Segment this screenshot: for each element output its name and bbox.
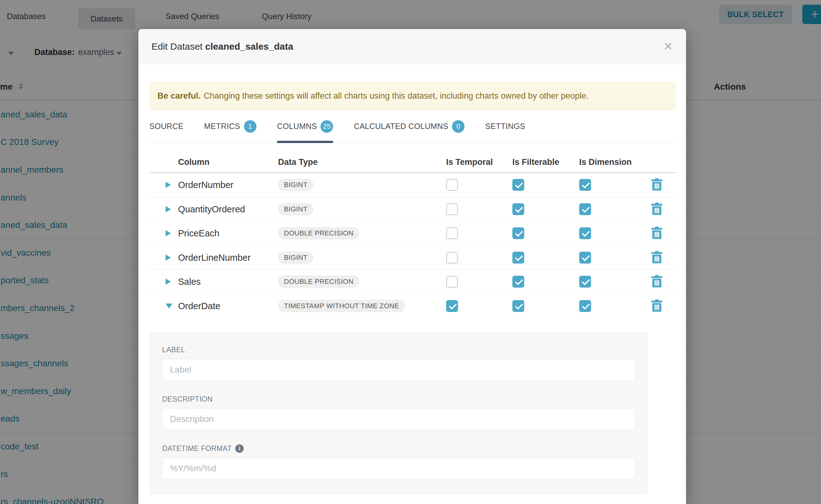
tab-calculated-columns[interactable]: CALCULATED COLUMNS 0 [353, 110, 465, 142]
column-name: OrderNumber [178, 180, 233, 190]
modal-title-prefix: Edit Dataset [151, 41, 202, 52]
trash-icon [651, 251, 662, 263]
is-filterable-checkbox[interactable] [512, 300, 524, 312]
tab-source[interactable]: SOURCE [149, 110, 183, 142]
columns-table-header: Column Data Type Is Temporal Is Filterab… [149, 143, 676, 173]
datetime-format-input[interactable] [162, 457, 635, 479]
is-dimension-checkbox[interactable] [579, 179, 591, 191]
description-field-group: DESCRIPTION [162, 395, 635, 430]
trash-icon [651, 178, 662, 191]
trash-icon [651, 227, 662, 239]
delete-column-button[interactable] [651, 299, 662, 313]
column-row: QuantityOrdered BIGINT [149, 197, 676, 222]
data-type-header: Data Type [278, 157, 318, 167]
description-input[interactable] [162, 408, 635, 430]
column-name: Sales [178, 277, 201, 287]
is-dimension-checkbox[interactable] [579, 203, 591, 215]
tab-label: METRICS [204, 122, 240, 131]
data-type-pill: BIGINT [278, 203, 313, 215]
is-dimension-checkbox[interactable] [579, 252, 591, 264]
tab-label: CALCULATED COLUMNS [353, 122, 448, 131]
is-dimension-checkbox[interactable] [579, 300, 591, 312]
column-row: Sales DOUBLE PRECISION [149, 270, 676, 294]
expand-caret-icon[interactable] [166, 206, 171, 212]
expand-caret-icon[interactable] [166, 279, 171, 285]
data-type-pill: DOUBLE PRECISION [278, 227, 359, 240]
columns-table-body: OrderNumber BIGINT QuantityOrdered BIGIN… [149, 173, 676, 318]
is-filterable-header: Is Filterable [512, 157, 559, 167]
modal-header: Edit Dataset cleaned_sales_data ✕ [138, 29, 686, 64]
delete-column-button[interactable] [651, 275, 662, 289]
modal-dataset-name: cleaned_sales_data [205, 41, 293, 52]
tab-settings[interactable]: SETTINGS [485, 110, 525, 142]
modal-body: Be careful. Changing these settings will… [138, 82, 686, 495]
delete-column-button[interactable] [651, 202, 662, 216]
expand-caret-icon[interactable] [166, 254, 171, 261]
data-type-pill: TIMESTAMP WITHOUT TIME ZONE [278, 300, 405, 312]
column-row: OrderNumber BIGINT [149, 173, 676, 197]
label-field-group: LABEL [162, 346, 635, 381]
tab-label: SOURCE [149, 122, 183, 131]
expand-caret-icon[interactable] [166, 230, 171, 236]
is-filterable-checkbox[interactable] [512, 203, 524, 215]
column-row: PriceEach DOUBLE PRECISION [149, 221, 676, 246]
tab-metrics[interactable]: METRICS 1 [204, 110, 256, 142]
datetime-format-field-label: DATETIME FORMAT [162, 444, 231, 453]
is-dimension-header: Is Dimension [579, 157, 632, 167]
delete-column-button[interactable] [651, 227, 662, 240]
metrics-count-badge: 1 [244, 120, 256, 133]
columns-table: Column Data Type Is Temporal Is Filterab… [149, 143, 676, 318]
delete-column-button[interactable] [651, 251, 662, 264]
is-temporal-checkbox[interactable] [446, 300, 458, 312]
trash-icon [651, 275, 662, 288]
column-row: OrderLineNumber BIGINT [149, 246, 676, 270]
is-dimension-checkbox[interactable] [579, 276, 591, 288]
is-temporal-checkbox[interactable] [446, 252, 458, 264]
close-icon[interactable]: ✕ [664, 41, 673, 52]
data-type-pill: DOUBLE PRECISION [278, 275, 359, 288]
expand-caret-icon[interactable] [166, 182, 171, 188]
column-name: OrderLineNumber [178, 252, 250, 263]
is-temporal-checkbox[interactable] [446, 203, 458, 215]
modal-tabs: SOURCE METRICS 1 COLUMNS 25 CALCULATED C… [149, 111, 676, 143]
data-type-pill: BIGINT [278, 179, 313, 191]
is-filterable-checkbox[interactable] [512, 179, 524, 191]
tab-label: COLUMNS [277, 122, 317, 131]
warning-bold: Be careful. [157, 91, 200, 101]
label-input[interactable] [162, 359, 635, 381]
column-name: OrderDate [178, 301, 220, 311]
warning-text: Changing these settings will affect all … [204, 91, 589, 101]
is-filterable-checkbox[interactable] [512, 276, 524, 288]
is-temporal-header: Is Temporal [446, 157, 493, 167]
description-field-label: DESCRIPTION [162, 395, 635, 403]
column-row: OrderDate TIMESTAMP WITHOUT TIME ZONE [149, 294, 676, 319]
is-filterable-checkbox[interactable] [512, 252, 524, 264]
is-temporal-checkbox[interactable] [446, 276, 458, 288]
datetime-format-field-group: DATETIME FORMAT i [162, 444, 635, 479]
warning-banner: Be careful. Changing these settings will… [149, 82, 676, 111]
calculated-columns-count-badge: 0 [452, 120, 465, 133]
data-type-pill: BIGINT [278, 251, 313, 264]
trash-icon [651, 299, 662, 312]
column-header: Column [178, 157, 210, 167]
is-temporal-checkbox[interactable] [446, 227, 458, 239]
column-name: QuantityOrdered [178, 204, 245, 214]
tab-columns[interactable]: COLUMNS 25 [277, 110, 333, 142]
column-name: PriceEach [178, 228, 219, 239]
trash-icon [651, 202, 662, 215]
label-field-label: LABEL [162, 346, 635, 354]
edit-dataset-modal: Edit Dataset cleaned_sales_data ✕ Be car… [138, 29, 686, 504]
is-filterable-checkbox[interactable] [512, 227, 524, 239]
tab-label: SETTINGS [485, 122, 525, 131]
is-dimension-checkbox[interactable] [579, 227, 591, 239]
info-icon[interactable]: i [235, 444, 244, 453]
columns-count-badge: 25 [320, 120, 333, 133]
delete-column-button[interactable] [651, 178, 662, 192]
column-detail-panel: LABEL DESCRIPTION DATETIME FORMAT i [149, 332, 647, 495]
expand-caret-icon[interactable] [166, 304, 172, 309]
is-temporal-checkbox[interactable] [446, 179, 458, 191]
modal-title: Edit Dataset cleaned_sales_data [151, 41, 293, 52]
